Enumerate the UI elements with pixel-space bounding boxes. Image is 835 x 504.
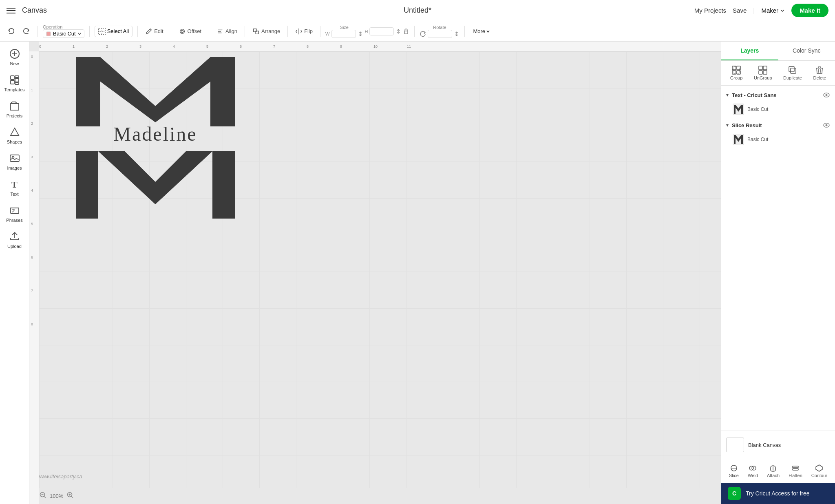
zoom-in-icon (66, 491, 74, 499)
ruler-top: 0 1 2 3 4 5 6 7 8 9 10 11 (39, 42, 721, 51)
collapse-icon-slice: ▾ (726, 122, 729, 128)
group-button[interactable]: Group (727, 64, 746, 82)
sidebar-item-new[interactable]: New (2, 45, 28, 69)
hamburger-menu[interactable] (7, 8, 15, 13)
promo-text: Try Cricut Access for free (746, 490, 810, 497)
rotate-label: Rotate (433, 25, 446, 30)
cricut-promo-banner[interactable]: C Try Cricut Access for free (721, 483, 835, 504)
tab-color-sync[interactable]: Color Sync (778, 42, 835, 60)
more-chevron-icon (486, 29, 490, 33)
arrange-button[interactable]: Arrange (250, 26, 283, 37)
projects-icon (9, 100, 20, 112)
sidebar-item-phrases[interactable]: Phrases (2, 201, 28, 226)
contour-icon (815, 464, 823, 472)
canvas-content[interactable]: Madeline (39, 51, 721, 488)
cricut-logo: C (728, 487, 741, 500)
layer-item-slice-basic-cut[interactable]: Basic Cut (721, 131, 835, 148)
slice-button[interactable]: Slice (727, 462, 741, 480)
select-all-button[interactable]: Select All (95, 26, 133, 37)
visibility-icon-slice[interactable] (823, 122, 830, 129)
height-input[interactable] (369, 27, 394, 35)
more-button[interactable]: More (470, 27, 493, 36)
sidebar-item-projects[interactable]: Projects (2, 97, 28, 122)
layer-name-slice: Basic Cut (747, 137, 768, 142)
delete-button[interactable]: Delete (810, 64, 829, 82)
right-panel-tabs: Layers Color Sync (721, 42, 835, 61)
attach-button[interactable]: Attach (764, 462, 782, 480)
templates-icon (9, 74, 20, 86)
design-element-text[interactable]: Madeline (76, 123, 235, 145)
m-bottom-svg (76, 151, 235, 219)
width-stepper-icon (358, 31, 363, 37)
svg-point-6 (181, 30, 183, 32)
flatten-button[interactable]: Flatten (786, 462, 805, 480)
flip-button[interactable]: Flip (293, 26, 315, 37)
size-label: Size (340, 25, 349, 30)
layer-thumb-m-text (733, 104, 743, 114)
layer-group-text: ▾ Text - Cricut Sans Basic Cut (721, 89, 835, 117)
blank-canvas-item[interactable]: Blank Canvas (726, 436, 830, 454)
layers-content: ▾ Text - Cricut Sans Basic Cut ▾ (721, 86, 835, 431)
layer-name-text: Basic Cut (747, 106, 768, 112)
layer-group-slice-header[interactable]: ▾ Slice Result (721, 119, 835, 131)
rotate-input[interactable] (428, 30, 452, 38)
visibility-icon-text[interactable] (823, 91, 830, 99)
toolbar-divider-4 (171, 26, 171, 37)
duplicate-icon (788, 66, 797, 75)
svg-point-59 (752, 466, 756, 470)
layer-group-text-header[interactable]: ▾ Text - Cricut Sans (721, 89, 835, 101)
duplicate-button[interactable]: Duplicate (780, 64, 805, 82)
sidebar-item-images[interactable]: Images (2, 149, 28, 174)
svg-marker-29 (76, 151, 98, 219)
edit-button[interactable]: Edit (143, 26, 166, 37)
maker-selector[interactable]: Maker (761, 7, 785, 14)
sidebar-item-templates[interactable]: Templates (2, 71, 28, 95)
svg-rect-11 (256, 31, 258, 34)
madeline-text: Madeline (113, 123, 197, 145)
select-all-icon (98, 28, 106, 35)
align-button[interactable]: Align (214, 26, 240, 37)
sidebar-item-text[interactable]: T Text (2, 175, 28, 200)
shapes-icon (9, 126, 20, 138)
contour-button[interactable]: Contour (809, 462, 830, 480)
redo-button[interactable] (20, 26, 33, 37)
svg-rect-10 (254, 29, 256, 31)
zoom-out-button[interactable] (39, 491, 46, 501)
redo-icon (23, 28, 30, 35)
zoom-in-button[interactable] (66, 491, 74, 501)
canvas-area[interactable]: 0 1 2 3 4 5 6 7 8 9 10 11 0 1 2 3 4 5 6 … (29, 42, 721, 504)
tab-layers[interactable]: Layers (721, 42, 778, 60)
lock-icon[interactable] (403, 28, 409, 35)
svg-rect-40 (737, 66, 740, 70)
ungroup-button[interactable]: UnGroup (751, 64, 775, 82)
layer-item-text-basic-cut[interactable]: Basic Cut (721, 101, 835, 117)
width-label: W (325, 31, 329, 36)
save-button[interactable]: Save (733, 7, 747, 14)
group-icon (732, 66, 741, 75)
offset-button[interactable]: Offset (176, 26, 204, 37)
rotate-stepper-icon (454, 31, 459, 37)
svg-rect-20 (11, 80, 14, 84)
svg-marker-55 (734, 135, 743, 144)
svg-point-51 (826, 94, 828, 96)
undo-button[interactable] (5, 26, 17, 37)
sidebar-item-shapes[interactable]: Shapes (2, 123, 28, 148)
width-input[interactable] (331, 30, 356, 38)
svg-rect-0 (46, 32, 51, 36)
sidebar-item-phrases-label: Phrases (6, 218, 22, 223)
watermark: www.lifeisaparty.ca (38, 473, 82, 480)
design-element-m-top[interactable] (76, 57, 235, 128)
my-projects-link[interactable]: My Projects (694, 7, 726, 14)
design-element-m-bottom[interactable] (76, 151, 235, 220)
make-it-button[interactable]: Make It (791, 4, 828, 17)
blank-canvas-section: Blank Canvas (721, 431, 835, 459)
svg-point-54 (826, 124, 828, 126)
svg-rect-23 (10, 155, 19, 161)
main-area: New Templates Projects Shapes Images T T… (0, 42, 835, 504)
operation-select[interactable]: Basic Cut (43, 29, 84, 38)
weld-button[interactable]: Weld (745, 462, 760, 480)
svg-rect-62 (793, 469, 798, 470)
svg-rect-49 (789, 66, 794, 72)
svg-marker-28 (76, 57, 235, 126)
sidebar-item-upload[interactable]: Upload (2, 228, 28, 252)
